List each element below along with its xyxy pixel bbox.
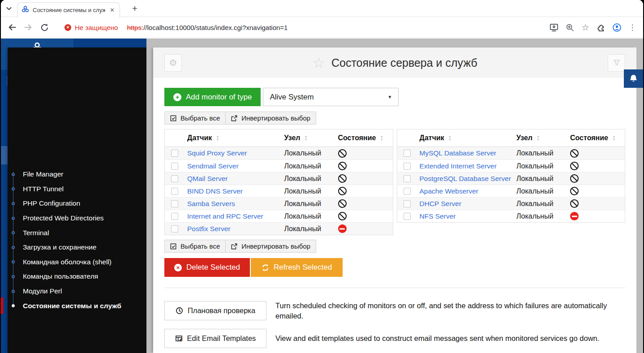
- sidebar-item-http-tunnel[interactable]: HTTP Tunnel: [1, 182, 146, 197]
- sidebar-item-system-status[interactable]: Состояние системы и служб: [1, 298, 146, 313]
- filter-button[interactable]: [608, 54, 625, 72]
- monitor-link[interactable]: BIND DNS Server: [187, 187, 284, 195]
- submenu-label: Модули Perl: [23, 287, 62, 295]
- forward-icon[interactable]: [21, 21, 35, 34]
- host-label: Локальный: [284, 225, 338, 233]
- status-icon: [338, 174, 347, 183]
- bullet-icon: [12, 290, 15, 293]
- row-checkbox[interactable]: [171, 163, 178, 170]
- refresh-selected-button[interactable]: Refresh Selected: [251, 258, 343, 277]
- table-header: Датчик▲▼ Узел▲▼ Состояние▲▼: [165, 129, 393, 147]
- sidebar-item-custom-commands[interactable]: Команды пользователя: [1, 269, 146, 284]
- monitor-type-select[interactable]: Alive System ▼: [263, 88, 399, 106]
- delete-selected-button[interactable]: ✕ Delete Selected: [164, 258, 250, 277]
- back-icon[interactable]: [5, 21, 19, 34]
- monitor-link[interactable]: Apache Webserver: [420, 187, 517, 195]
- extensions-icon[interactable]: [595, 21, 607, 34]
- bookmark-star-icon[interactable]: ☆: [579, 21, 592, 34]
- col-sensor[interactable]: Датчик▲▼: [187, 134, 284, 142]
- monitor-link[interactable]: Internet and RPC Server: [187, 212, 284, 220]
- row-checkbox[interactable]: [171, 225, 178, 232]
- row-checkbox[interactable]: [404, 150, 411, 157]
- reload-icon[interactable]: [38, 21, 51, 34]
- menu-dots-icon[interactable]: ⋮: [626, 21, 639, 34]
- template-edit-icon: [175, 335, 183, 342]
- col-status[interactable]: Состояние▲▼: [570, 134, 625, 142]
- status-icon: [570, 149, 579, 158]
- edit-email-templates-button[interactable]: Edit Email Templates: [164, 329, 266, 348]
- select-all-button-bottom[interactable]: Выбрать все: [164, 240, 226, 253]
- status-icon: [570, 174, 579, 183]
- browser-window: Состояние системы и служ ✕ + ✕ Не защище…: [1, 0, 643, 353]
- row-checkbox[interactable]: [171, 213, 178, 220]
- sidebar-item-perl-modules[interactable]: Модули Perl: [1, 284, 146, 299]
- sort-icon[interactable]: ▲▼: [380, 135, 383, 141]
- bullet-icon: [12, 260, 15, 263]
- row-checkbox[interactable]: [171, 150, 178, 157]
- tab-title: Состояние системы и служ: [33, 7, 105, 13]
- col-status[interactable]: Состояние▲▼: [338, 134, 393, 142]
- sort-icon[interactable]: ▲▼: [304, 135, 307, 141]
- share-arrow-icon: [231, 243, 237, 250]
- monitor-link[interactable]: Postfix Server: [187, 225, 284, 233]
- invert-selection-button-bottom[interactable]: Инвертировать выбор: [225, 240, 316, 253]
- tab-strip: Состояние системы и служ ✕ +: [1, 0, 643, 17]
- row-checkbox[interactable]: [404, 163, 411, 170]
- zoom-icon[interactable]: [563, 21, 576, 34]
- col-host[interactable]: Узел▲▼: [284, 134, 338, 142]
- url-text[interactable]: https://localhost:10000/status/index.cgi…: [127, 24, 288, 31]
- col-host[interactable]: Узел▲▼: [516, 134, 570, 142]
- favorite-star-icon[interactable]: ☆: [312, 56, 325, 70]
- status-icon: [570, 162, 579, 170]
- sidebar-item-shell[interactable]: Командная оболочка (shell): [1, 255, 146, 270]
- invert-label: Инвертировать выбор: [241, 114, 310, 122]
- sidebar-item-php-configuration[interactable]: PHP Configuration: [1, 196, 146, 211]
- monitor-link[interactable]: DHCP Server: [420, 200, 517, 208]
- table-row: BIND DNS ServerЛокальный: [165, 185, 393, 197]
- row-checkbox[interactable]: [404, 213, 411, 220]
- table-row: MySQL Database ServerЛокальный: [397, 147, 625, 159]
- sidebar-item-upload-download[interactable]: Загрузка и сохранение: [1, 240, 146, 255]
- table-row: DHCP ServerЛокальный: [397, 197, 625, 210]
- add-monitor-button[interactable]: + Add monitor of type: [164, 88, 261, 106]
- monitor-link[interactable]: MySQL Database Server: [420, 149, 517, 157]
- monitor-link[interactable]: Extended Internet Server: [420, 162, 517, 170]
- submenu-label: Командная оболочка (shell): [23, 258, 112, 266]
- monitor-link[interactable]: Squid Proxy Server: [187, 149, 284, 157]
- table-row: PostgreSQL Database ServerЛокальный: [397, 172, 625, 185]
- sidebar-item-file-manager[interactable]: File Manager: [1, 167, 146, 182]
- monitor-link[interactable]: Samba Servers: [187, 200, 284, 208]
- monitor-link[interactable]: QMail Server: [187, 175, 284, 183]
- clock-icon: [176, 307, 183, 314]
- browser-tab[interactable]: Состояние системы и служ ✕: [17, 2, 120, 17]
- sidebar-item-protected-web-directories[interactable]: Protected Web Directories: [1, 211, 146, 226]
- sort-icon[interactable]: ▲▼: [448, 135, 451, 141]
- sort-icon[interactable]: ▲▼: [537, 135, 540, 141]
- sort-icon[interactable]: ▲▼: [216, 135, 219, 141]
- row-checkbox[interactable]: [171, 175, 178, 182]
- row-checkbox[interactable]: [171, 200, 178, 207]
- checkbox-check-icon: [170, 243, 176, 250]
- profile-icon[interactable]: [610, 21, 623, 34]
- notifications-bell-button[interactable]: [624, 69, 643, 88]
- invert-selection-button-top[interactable]: Инвертировать выбор: [225, 112, 316, 125]
- save-page-icon[interactable]: [548, 21, 560, 34]
- security-badge[interactable]: ✕ Не защищено: [64, 24, 118, 31]
- tab-close-icon[interactable]: ✕: [109, 7, 116, 13]
- sort-icon[interactable]: ▲▼: [612, 135, 615, 141]
- sidebar-item-terminal[interactable]: Terminal: [1, 225, 146, 240]
- monitor-link[interactable]: Sendmail Server: [187, 162, 284, 170]
- submenu-label: Команды пользователя: [23, 272, 98, 280]
- new-tab-button[interactable]: +: [129, 3, 141, 14]
- tab-search-chevron-icon[interactable]: [5, 5, 14, 13]
- monitor-link[interactable]: PostgreSQL Database Server: [420, 175, 517, 183]
- row-checkbox[interactable]: [171, 188, 178, 195]
- row-checkbox[interactable]: [404, 188, 411, 195]
- select-all-button-top[interactable]: Выбрать все: [164, 112, 226, 125]
- row-checkbox[interactable]: [404, 200, 411, 207]
- row-checkbox[interactable]: [404, 175, 411, 182]
- module-config-button[interactable]: ⚙: [164, 54, 182, 72]
- monitor-link[interactable]: NFS Server: [420, 212, 517, 220]
- scheduled-monitoring-button[interactable]: Плановая проверка: [164, 301, 266, 320]
- col-sensor[interactable]: Датчик▲▼: [420, 134, 517, 142]
